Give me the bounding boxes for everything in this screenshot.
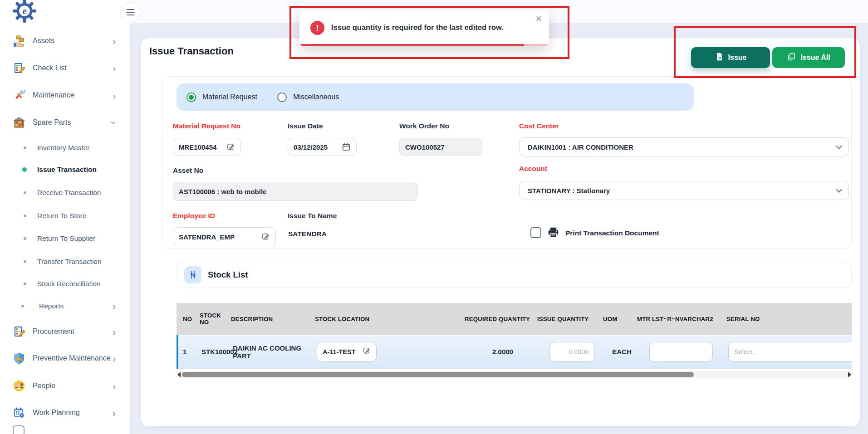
employee-id-field[interactable] xyxy=(173,227,276,246)
calendar-icon[interactable] xyxy=(342,142,351,151)
material-request-no-field[interactable] xyxy=(173,138,241,156)
print-document-checkbox[interactable] xyxy=(530,227,541,238)
spare-parts-icon xyxy=(13,116,25,129)
sidebar-item-work-planning[interactable]: Work Planning › xyxy=(0,402,130,424)
sidebar-item-procurement[interactable]: Procurement › xyxy=(0,321,130,342)
toast-progress xyxy=(299,44,549,46)
row-stock-no: STK100002 xyxy=(199,348,233,356)
sidebar-item-preventive-maintenance[interactable]: Preventive Maintenance › xyxy=(0,347,130,369)
preventive-maintenance-icon xyxy=(13,352,25,365)
copy-pages-icon xyxy=(787,52,796,63)
cost-center-dropdown[interactable]: DAIKIN1001 : AIR CONDITIONER xyxy=(519,137,849,156)
sidebar-item-stock-reconciliation[interactable]: Stock Reconciliation xyxy=(0,274,130,294)
row-no: 1 xyxy=(178,348,199,356)
sidebar-item-return-to-supplier[interactable]: Return To Supplier xyxy=(0,229,130,249)
error-toast: ! Issue quantity is required for the las… xyxy=(299,10,549,46)
bullet-icon xyxy=(24,191,26,194)
chevron-right-icon: › xyxy=(113,354,116,363)
sidebar-item-check-list[interactable]: Check List › xyxy=(0,57,130,79)
horizontal-scrollbar[interactable] xyxy=(177,371,852,378)
row-description: DAIKIN AC COOLING PART xyxy=(233,344,317,360)
print-document-label: Print Transaction Document xyxy=(565,229,659,237)
scroll-right-icon[interactable] xyxy=(848,372,851,377)
sidebar-item-inventory-master[interactable]: Inventory Master xyxy=(0,138,130,158)
bullet-icon xyxy=(24,215,26,217)
toast-message: Issue quantity is required for the last … xyxy=(331,23,504,32)
row-required-quantity: 2.0000 xyxy=(466,348,539,356)
app: e Assets › xyxy=(0,0,868,434)
issue-button[interactable]: Issue xyxy=(691,47,770,68)
sidebar-item-maintenance[interactable]: Maintenance › xyxy=(0,84,130,106)
bullet-icon xyxy=(21,305,24,307)
bullet-icon xyxy=(24,260,26,263)
edit-icon[interactable] xyxy=(261,233,270,241)
issue-document-icon xyxy=(715,52,724,63)
sidebar: e Assets › xyxy=(0,0,130,434)
sidebar-item-assets[interactable]: Assets › xyxy=(0,30,130,52)
chevron-right-icon: › xyxy=(113,327,116,336)
issue-date-label: Issue Date xyxy=(288,122,323,130)
account-dropdown[interactable]: STATIONARY : Stationary xyxy=(519,181,849,200)
table-row: 1 STK100002 DAIKIN AC COOLING PART 2.000… xyxy=(177,335,852,369)
svg-text:e: e xyxy=(22,5,27,16)
stock-table: NO STOCK NO DESCRIPTION STOCK LOCATION R… xyxy=(177,303,852,370)
sidebar-item-spare-parts[interactable]: Spare Parts › xyxy=(0,112,130,133)
chevron-down-icon xyxy=(836,186,842,193)
issue-quantity-field[interactable] xyxy=(549,342,595,362)
scrollbar-thumb[interactable] xyxy=(182,372,694,377)
bullet-icon xyxy=(24,283,26,285)
close-icon[interactable]: × xyxy=(536,14,542,24)
chevron-down-icon xyxy=(836,143,842,149)
stock-location-field[interactable] xyxy=(317,342,377,362)
active-dot-icon xyxy=(22,167,27,172)
chevron-right-icon: › xyxy=(113,91,116,100)
scroll-left-icon[interactable] xyxy=(177,372,181,377)
issue-all-button[interactable]: Issue All xyxy=(772,47,845,68)
error-icon: ! xyxy=(310,21,324,35)
chevron-right-icon: › xyxy=(113,381,116,391)
sidebar-item-receive-transaction[interactable]: Receive Transaction xyxy=(0,183,130,203)
sidebar-item-issue-transaction[interactable]: Issue Transaction xyxy=(0,160,130,180)
sidebar-item-transfer-transaction[interactable]: Transfer Transaction xyxy=(0,252,130,272)
radio-material-request[interactable]: Material Request xyxy=(186,93,257,102)
asset-no-label: Asset No xyxy=(173,166,203,175)
mtr-lst-field[interactable] xyxy=(649,342,713,362)
employee-id-label: Employee ID xyxy=(173,212,215,220)
issue-date-field[interactable] xyxy=(288,138,357,156)
radio-selected-icon xyxy=(186,93,196,102)
sidebar-item-reports[interactable]: Reports › xyxy=(0,296,130,316)
chevron-right-icon: › xyxy=(113,408,116,418)
issue-to-name-label: Issue To Name xyxy=(288,212,337,220)
transaction-type-selector: Material Request Miscellaneous xyxy=(177,83,694,111)
maintenance-icon xyxy=(13,89,25,102)
account-label: Account xyxy=(519,165,547,173)
procurement-icon xyxy=(13,325,25,338)
people-icon xyxy=(13,380,25,392)
work-order-no-field: CWO100527 xyxy=(399,138,482,156)
serial-no-select[interactable] xyxy=(728,342,852,362)
assets-icon xyxy=(13,34,25,47)
app-logo[interactable]: e xyxy=(12,0,37,25)
work-planning-icon xyxy=(13,406,25,419)
issue-transaction-panel: Issue Transaction Issue Issue All xyxy=(141,38,860,426)
stock-list-icon xyxy=(184,266,201,283)
check-list-icon xyxy=(13,62,25,74)
transaction-form: Material Request Miscellaneous Material … xyxy=(162,76,852,249)
material-request-no-label: Material Request No xyxy=(173,122,240,130)
sidebar-item-people[interactable]: People › xyxy=(0,375,130,397)
bullet-icon xyxy=(24,146,26,149)
chevron-right-icon: › xyxy=(113,36,116,46)
sidebar-toggle-button[interactable] xyxy=(120,2,140,22)
sidebar-item-return-to-store[interactable]: Return To Store xyxy=(0,206,130,226)
printer-icon xyxy=(547,226,559,240)
edit-icon[interactable] xyxy=(363,347,371,356)
chevron-right-icon: › xyxy=(113,63,116,73)
page-title: Issue Transaction xyxy=(149,45,234,57)
bullet-icon xyxy=(24,237,26,240)
issue-to-name-value: SATENDRA xyxy=(288,230,327,238)
edit-icon[interactable] xyxy=(226,143,235,151)
radio-miscellaneous[interactable]: Miscellaneous xyxy=(277,93,339,102)
work-order-no-label: Work Order No xyxy=(399,122,449,130)
cost-center-label: Cost Center xyxy=(519,122,559,130)
row-uom: EACH xyxy=(605,348,639,356)
